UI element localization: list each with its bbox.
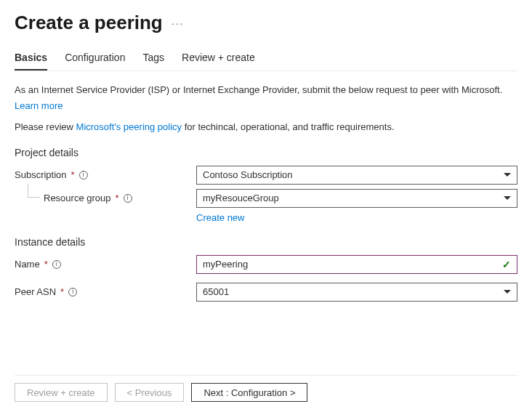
tab-review-create[interactable]: Review + create <box>182 52 255 70</box>
info-icon[interactable]: i <box>68 288 77 296</box>
instance-details-heading: Instance details <box>15 236 517 248</box>
learn-more-link[interactable]: Learn more <box>15 100 63 111</box>
intro-text: As an Internet Service Provider (ISP) or… <box>15 83 517 97</box>
policy-suffix: for techincal, operational, and traffic … <box>182 121 394 132</box>
policy-prefix: Please review <box>15 121 76 132</box>
required-indicator: * <box>116 193 119 203</box>
peer-asn-value: 65001 <box>203 286 229 297</box>
chevron-down-icon <box>504 290 511 294</box>
tab-configuration[interactable]: Configuration <box>65 52 125 70</box>
checkmark-icon: ✓ <box>502 259 511 270</box>
tab-basics[interactable]: Basics <box>15 52 47 70</box>
resource-group-label: Resource group <box>44 193 111 203</box>
name-input[interactable]: myPeering ✓ <box>196 255 517 274</box>
previous-button: < Previous <box>115 383 185 402</box>
info-icon[interactable]: i <box>52 260 61 269</box>
required-indicator: * <box>60 286 64 297</box>
required-indicator: * <box>71 169 75 180</box>
peering-policy-link[interactable]: Microsoft's peering policy <box>76 121 182 132</box>
name-value: myPeering <box>203 259 248 270</box>
page-title: Create a peering <box>15 12 163 34</box>
peer-asn-label: Peer ASN <box>15 286 56 297</box>
tab-bar: Basics Configuration Tags Review + creat… <box>15 52 517 71</box>
required-indicator: * <box>44 259 48 270</box>
create-new-link[interactable]: Create new <box>196 212 517 223</box>
info-icon[interactable]: i <box>79 171 88 179</box>
project-details-heading: Project details <box>15 147 517 158</box>
tab-tags[interactable]: Tags <box>142 52 164 70</box>
next-configuration-button[interactable]: Next : Configuration > <box>191 383 307 402</box>
resource-group-select[interactable]: myResouceGroup <box>196 189 517 208</box>
chevron-down-icon <box>504 196 511 200</box>
policy-text: Please review Microsoft's peering policy… <box>15 121 517 132</box>
more-actions-icon[interactable]: ··· <box>172 17 185 29</box>
chevron-down-icon <box>504 173 511 177</box>
peer-asn-select[interactable]: 65001 <box>196 283 517 302</box>
subscription-value: Contoso Subscription <box>203 169 293 180</box>
name-label: Name <box>15 259 40 270</box>
info-icon[interactable]: i <box>124 194 132 203</box>
subscription-label: Subscription <box>15 169 67 180</box>
review-create-button: Review + create <box>15 383 108 402</box>
subscription-select[interactable]: Contoso Subscription <box>196 166 517 185</box>
resource-group-value: myResouceGroup <box>203 193 279 203</box>
